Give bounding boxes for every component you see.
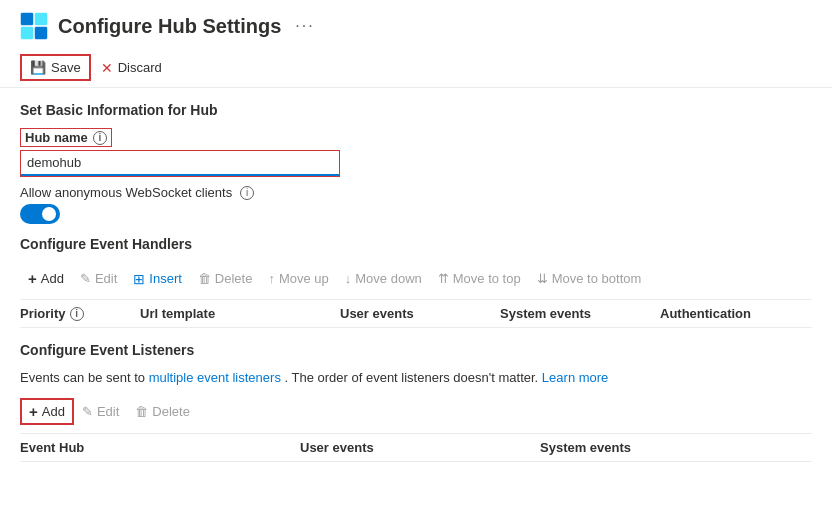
el-delete-label: Delete	[152, 404, 190, 419]
hub-name-info-icon[interactable]: i	[93, 131, 107, 145]
el-edit-button[interactable]: ✎ Edit	[74, 400, 127, 423]
eh-delete-button[interactable]: 🗑 Delete	[190, 267, 261, 290]
event-handlers-table-header: Priority i Url template User events Syst…	[20, 299, 812, 328]
add-icon: +	[28, 270, 37, 287]
el-col-event-hub: Event Hub	[20, 440, 300, 455]
anonymous-websocket-label: Allow anonymous WebSocket clients	[20, 185, 232, 200]
eh-col-authentication: Authentication	[660, 306, 810, 321]
desc-part2: . The order of event listeners doesn't m…	[285, 370, 539, 385]
anonymous-websocket-row: Allow anonymous WebSocket clients i	[20, 185, 812, 200]
event-handlers-section: Configure Event Handlers + Add ✎ Edit ⊞ …	[0, 224, 832, 328]
save-icon: 💾	[30, 60, 46, 75]
eh-edit-label: Edit	[95, 271, 117, 286]
eh-insert-button[interactable]: ⊞ Insert	[125, 267, 190, 291]
eh-move-to-bottom-button[interactable]: ⇊ Move to bottom	[529, 267, 650, 290]
discard-button[interactable]: ✕ Discard	[91, 55, 172, 81]
edit-icon: ✎	[80, 271, 91, 286]
eh-col-user-events: User events	[340, 306, 500, 321]
basic-info-section: Set Basic Information for Hub Hub name i…	[0, 88, 832, 224]
el-delete-button[interactable]: 🗑 Delete	[127, 400, 198, 423]
svg-rect-2	[21, 27, 33, 39]
hub-name-label: Hub name	[25, 130, 88, 145]
page-header: Configure Hub Settings ···	[0, 0, 832, 48]
el-add-label: Add	[42, 404, 65, 419]
insert-icon: ⊞	[133, 271, 145, 287]
eh-insert-label: Insert	[149, 271, 182, 286]
multiple-listeners-link[interactable]: multiple event listeners	[149, 370, 281, 385]
hub-icon	[20, 12, 48, 40]
eh-move-up-button[interactable]: ↑ Move up	[260, 267, 336, 290]
priority-info-icon[interactable]: i	[70, 307, 84, 321]
toggle-switch[interactable]	[20, 204, 60, 224]
event-handlers-title: Configure Event Handlers	[20, 236, 812, 252]
hub-name-input[interactable]	[21, 151, 339, 176]
allow-anon-info-icon[interactable]: i	[240, 186, 254, 200]
learn-more-link[interactable]: Learn more	[542, 370, 608, 385]
event-listeners-table-header: Event Hub User events System events	[20, 433, 812, 462]
el-edit-icon: ✎	[82, 404, 93, 419]
toggle-thumb	[42, 207, 56, 221]
svg-rect-1	[35, 13, 47, 25]
eh-col-priority: Priority i	[20, 306, 140, 321]
move-down-icon: ↓	[345, 271, 352, 286]
hub-name-label-wrapper: Hub name i	[20, 128, 112, 147]
event-listeners-toolbar: + Add ✎ Edit 🗑 Delete	[20, 398, 812, 425]
more-options-icon[interactable]: ···	[295, 17, 314, 35]
eh-move-up-label: Move up	[279, 271, 329, 286]
save-label: Save	[51, 60, 81, 75]
desc-part1: Events can be sent to	[20, 370, 145, 385]
eh-move-down-button[interactable]: ↓ Move down	[337, 267, 430, 290]
top-toolbar: 💾 Save ✕ Discard	[0, 48, 832, 88]
basic-info-title: Set Basic Information for Hub	[20, 102, 812, 118]
eh-add-label: Add	[41, 271, 64, 286]
eh-add-button[interactable]: + Add	[20, 266, 72, 291]
discard-label: Discard	[118, 60, 162, 75]
move-up-icon: ↑	[268, 271, 275, 286]
el-add-button[interactable]: + Add	[20, 398, 74, 425]
event-handlers-toolbar: + Add ✎ Edit ⊞ Insert 🗑 Delete ↑ Move up…	[20, 262, 812, 295]
eh-move-to-bottom-label: Move to bottom	[552, 271, 642, 286]
move-to-top-icon: ⇈	[438, 271, 449, 286]
hub-name-input-wrapper	[20, 150, 340, 177]
event-listeners-title: Configure Event Listeners	[20, 342, 812, 358]
event-listeners-description: Events can be sent to multiple event lis…	[20, 368, 812, 388]
eh-col-url-template: Url template	[140, 306, 340, 321]
el-delete-icon: 🗑	[135, 404, 148, 419]
discard-icon: ✕	[101, 60, 113, 76]
page-title: Configure Hub Settings	[58, 15, 281, 38]
eh-delete-label: Delete	[215, 271, 253, 286]
el-col-system-events: System events	[540, 440, 740, 455]
event-listeners-section: Configure Event Listeners Events can be …	[0, 328, 832, 462]
eh-edit-button[interactable]: ✎ Edit	[72, 267, 125, 290]
svg-rect-0	[21, 13, 33, 25]
el-col-user-events: User events	[300, 440, 540, 455]
eh-move-to-top-button[interactable]: ⇈ Move to top	[430, 267, 529, 290]
save-button[interactable]: 💾 Save	[20, 54, 91, 81]
move-to-bottom-icon: ⇊	[537, 271, 548, 286]
eh-move-to-top-label: Move to top	[453, 271, 521, 286]
el-edit-label: Edit	[97, 404, 119, 419]
delete-icon: 🗑	[198, 271, 211, 286]
svg-rect-3	[35, 27, 47, 39]
eh-move-down-label: Move down	[355, 271, 421, 286]
eh-col-system-events: System events	[500, 306, 660, 321]
el-add-icon: +	[29, 403, 38, 420]
